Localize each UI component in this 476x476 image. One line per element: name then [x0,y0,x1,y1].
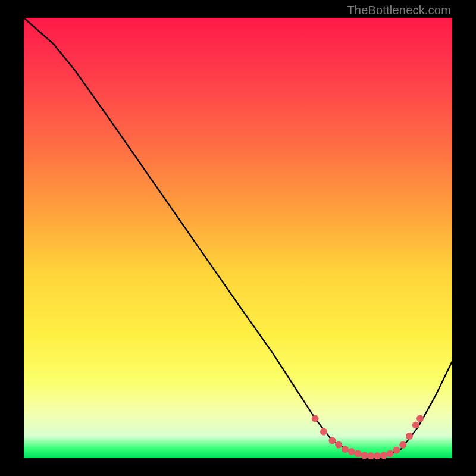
optimum-dot [342,446,349,453]
plot-area [24,18,452,458]
optimum-dot [355,450,362,458]
optimum-dot [320,428,327,436]
optimum-dot [387,450,394,458]
optimum-dots-group [312,415,424,459]
bottleneck-curve-path [24,18,452,456]
optimum-dot [399,441,406,449]
watermark-text: TheBottleneck.com [347,4,451,17]
optimum-dot [406,433,413,440]
optimum-dot [412,422,419,429]
optimum-dot [393,447,400,454]
optimum-dot [328,437,336,444]
optimum-dot [374,452,381,459]
optimum-dot [361,452,368,459]
curve-svg [24,18,452,458]
optimum-dot [335,441,342,449]
chart-frame: TheBottleneck.com [0,0,476,476]
optimum-dot [367,452,374,459]
optimum-dot [380,452,387,459]
optimum-dot [312,415,319,422]
optimum-dot [348,448,355,455]
optimum-dot [416,415,424,422]
